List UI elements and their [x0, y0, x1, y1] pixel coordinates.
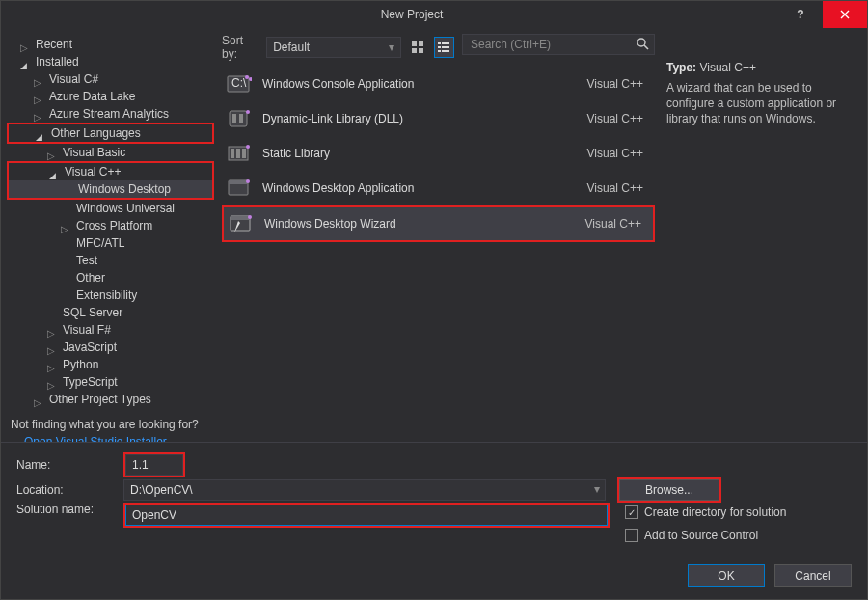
tree-label: Other Project Types	[49, 391, 151, 408]
titlebar: New Project ?	[1, 1, 867, 28]
ok-button[interactable]: OK	[688, 564, 765, 587]
tree-mfc-atl[interactable]: MFC/ATL	[7, 234, 214, 252]
template-lang: Visual C++	[587, 181, 651, 195]
source-control-checkbox[interactable]: Add to Source Control	[625, 526, 786, 545]
tree-python[interactable]: Python	[7, 356, 214, 373]
checkbox-icon	[625, 505, 638, 519]
search-input[interactable]	[462, 34, 655, 55]
tree-other-languages[interactable]: Other Languages	[9, 124, 212, 142]
tree-label: Azure Data Lake	[49, 88, 135, 105]
svg-rect-26	[229, 180, 248, 184]
svg-rect-4	[438, 42, 441, 44]
tree-visual-basic[interactable]: Visual Basic	[7, 144, 214, 161]
chevron-down-icon[interactable]	[36, 127, 47, 139]
template-lang: Visual C++	[587, 77, 651, 91]
tree-visual-cpp[interactable]: Visual C++	[9, 163, 212, 180]
template-description: A wizard that can be used to configure a…	[666, 80, 857, 127]
tree-label: Extensibility	[76, 286, 137, 304]
template-dll[interactable]: Dynamic-Link Library (DLL) Visual C++	[222, 101, 655, 136]
tree-label: Visual C++	[65, 163, 121, 180]
tree-label: Recent	[36, 36, 72, 53]
tree-recent[interactable]: Recent	[7, 36, 214, 53]
chevron-right-icon[interactable]	[47, 359, 59, 370]
tree-windows-desktop[interactable]: Windows Desktop	[9, 180, 212, 198]
template-desktop-app[interactable]: Windows Desktop Application Visual C++	[222, 171, 655, 205]
solution-name-input[interactable]	[125, 505, 608, 526]
chevron-right-icon[interactable]	[61, 220, 72, 232]
chevron-down-icon[interactable]	[20, 56, 32, 68]
cancel-button[interactable]: Cancel	[774, 564, 852, 587]
tree-label: SQL Server	[63, 304, 122, 321]
tree-windows-universal[interactable]: Windows Universal	[7, 200, 214, 217]
tree-label: Visual C#	[49, 70, 98, 88]
tree-label: Windows Universal	[76, 200, 175, 217]
svg-line-11	[644, 45, 648, 49]
tree-cross-platform[interactable]: Cross Platform	[7, 217, 214, 234]
name-input[interactable]	[125, 454, 183, 476]
search-icon[interactable]	[636, 37, 649, 53]
type-label: Type:	[666, 61, 696, 74]
chevron-down-icon[interactable]	[49, 166, 61, 177]
view-tiles-button[interactable]	[407, 37, 427, 58]
template-lang: Visual C++	[587, 112, 651, 125]
close-button[interactable]	[823, 1, 867, 28]
chevron-right-icon[interactable]	[20, 39, 32, 50]
close-icon	[840, 10, 850, 19]
tree-label: Test	[76, 252, 97, 269]
template-desktop-wizard[interactable]: Windows Desktop Wizard Visual C++	[222, 205, 655, 242]
tree-sql-server[interactable]: SQL Server	[7, 304, 214, 321]
tree-azure-datalake[interactable]: Azure Data Lake	[7, 88, 214, 105]
chevron-right-icon[interactable]	[47, 376, 59, 388]
location-label: Location:	[16, 483, 118, 497]
tree-label: Python	[63, 356, 98, 373]
template-console-app[interactable]: C:\ Windows Console Application Visual C…	[222, 67, 655, 101]
svg-rect-3	[419, 48, 423, 53]
chevron-right-icon[interactable]	[34, 91, 45, 102]
tree-extensibility[interactable]: Extensibility	[7, 286, 214, 304]
template-static-lib[interactable]: Static Library Visual C++	[222, 136, 655, 171]
tree-other-project-types[interactable]: Other Project Types	[7, 391, 214, 408]
chevron-right-icon[interactable]	[34, 394, 45, 405]
tree-csharp[interactable]: Visual C#	[7, 70, 214, 88]
location-input[interactable]	[123, 479, 606, 501]
help-button[interactable]: ?	[778, 1, 823, 28]
tree-test[interactable]: Test	[7, 252, 214, 269]
tree-label: Visual Basic	[63, 144, 125, 161]
svg-point-19	[246, 110, 250, 114]
sort-value: Default	[273, 41, 310, 54]
chevron-right-icon[interactable]	[47, 324, 59, 336]
static-lib-icon	[226, 140, 253, 167]
description-pane: Type: Visual C++ A wizard that can be us…	[663, 28, 867, 442]
list-icon	[437, 41, 450, 54]
solution-label: Solution name:	[16, 503, 118, 516]
not-finding-text: Not finding what you are looking for?	[11, 418, 210, 431]
tree-azure-stream[interactable]: Azure Stream Analytics	[7, 105, 214, 123]
browse-button[interactable]: Browse...	[619, 479, 719, 501]
chevron-right-icon[interactable]	[47, 341, 59, 353]
svg-point-10	[637, 39, 645, 46]
svg-point-14	[245, 75, 249, 79]
sort-by-dropdown[interactable]: Default	[266, 37, 401, 58]
svg-point-27	[246, 179, 250, 183]
svg-rect-16	[230, 111, 247, 126]
chevron-right-icon[interactable]	[47, 147, 59, 158]
chevron-right-icon[interactable]	[34, 108, 45, 120]
chevron-right-icon[interactable]	[34, 73, 45, 85]
desktop-app-icon	[226, 175, 253, 202]
open-installer-link[interactable]: Open Visual Studio Installer	[11, 435, 210, 442]
tree-typescript[interactable]: TypeScript	[7, 373, 214, 391]
tree-label: TypeScript	[63, 373, 118, 391]
tree-installed[interactable]: Installed	[7, 53, 214, 70]
view-list-button[interactable]	[434, 37, 454, 58]
tree-other[interactable]: Other	[7, 269, 214, 286]
svg-rect-22	[236, 149, 240, 158]
template-label: Static Library	[262, 147, 587, 160]
tree-fsharp[interactable]: Visual F#	[7, 321, 214, 339]
type-value: Visual C++	[699, 61, 755, 74]
svg-rect-8	[438, 50, 441, 52]
svg-rect-5	[442, 42, 449, 44]
svg-rect-21	[231, 149, 234, 158]
create-directory-checkbox[interactable]: Create directory for solution	[625, 503, 786, 522]
tree-javascript[interactable]: JavaScript	[7, 339, 214, 356]
tree-label: Visual F#	[63, 321, 111, 339]
